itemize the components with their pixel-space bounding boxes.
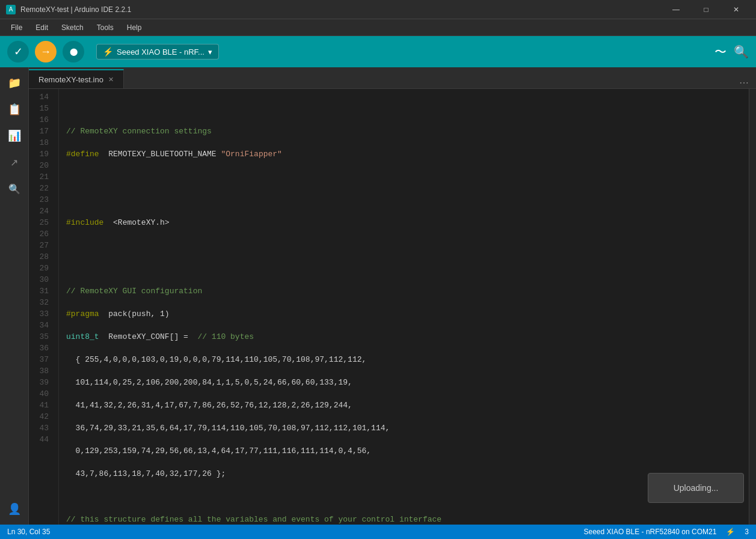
sidebar-item-search[interactable]: 🔍	[4, 178, 25, 199]
tab-bar: RemoteXY-test.ino ✕ ⋯	[29, 67, 756, 89]
code-content[interactable]: // RemoteXY connection settings #define …	[59, 89, 749, 525]
port-icon: ⚡	[726, 528, 735, 536]
board-name: Seeed XIAO BLE - nRF...	[117, 47, 204, 56]
cursor-position: Ln 30, Col 35	[7, 528, 50, 536]
minimize-button[interactable]: —	[662, 0, 690, 19]
statusbar: Ln 30, Col 35 Seeed XIAO BLE - nRF52840 …	[0, 525, 756, 539]
tab-more-button[interactable]: ⋯	[732, 77, 756, 88]
serial-monitor-button[interactable]: 🔍	[734, 44, 749, 60]
upload-dialog-text: Uploading...	[674, 483, 719, 493]
tab-close-icon[interactable]: ✕	[108, 76, 114, 84]
code-editor[interactable]: 14 15 16 17 18 19 20 21 22 23 24 25 26 2…	[29, 89, 756, 525]
sidebar-item-board[interactable]: 📋	[4, 99, 25, 120]
menu-file[interactable]: File	[5, 21, 28, 34]
maximize-button[interactable]: □	[692, 0, 720, 19]
sidebar-item-debug[interactable]: ↗	[4, 151, 25, 173]
sidebar-item-library[interactable]: 📊	[4, 125, 25, 147]
right-scrollbar[interactable]	[749, 89, 756, 525]
editor-area: RemoteXY-test.ino ✕ ⋯ 14 15 16 17 18 19 …	[29, 67, 756, 525]
port-count: 3	[745, 528, 749, 536]
usb-icon: ⚡	[103, 47, 113, 56]
sidebar-item-files[interactable]: 📁	[4, 72, 25, 94]
upload-dialog: Uploading...	[648, 473, 744, 503]
menu-sketch[interactable]: Sketch	[55, 21, 90, 34]
title-text: RemoteXY-test | Arduino IDE 2.2.1	[20, 5, 657, 14]
tab-label: RemoteXY-test.ino	[38, 75, 103, 84]
menubar: File Edit Sketch Tools Help	[0, 19, 756, 36]
menu-edit[interactable]: Edit	[29, 21, 54, 34]
menu-help[interactable]: Help	[121, 21, 148, 34]
verify-button[interactable]: ✓	[7, 41, 29, 62]
sidebar: 📁 📋 📊 ↗ 🔍 👤	[0, 67, 29, 525]
toolbar: ✓ → ⬤ ⚡ Seeed XIAO BLE - nRF... ▾ 〜 🔍	[0, 36, 756, 67]
tab-remotexy[interactable]: RemoteXY-test.ino ✕	[29, 69, 124, 88]
line-numbers: 14 15 16 17 18 19 20 21 22 23 24 25 26 2…	[29, 89, 59, 525]
graph-button[interactable]: 〜	[715, 44, 727, 60]
app-icon: A	[6, 5, 16, 14]
titlebar: A RemoteXY-test | Arduino IDE 2.2.1 — □ …	[0, 0, 756, 19]
sidebar-item-user[interactable]: 👤	[4, 498, 25, 520]
board-selector[interactable]: ⚡ Seeed XIAO BLE - nRF... ▾	[96, 44, 219, 59]
dropdown-icon: ▾	[208, 47, 212, 56]
debug-button[interactable]: ⬤	[63, 41, 84, 62]
menu-tools[interactable]: Tools	[91, 21, 120, 34]
upload-button[interactable]: →	[35, 41, 57, 62]
close-button[interactable]: ✕	[722, 0, 750, 19]
board-status: Seeed XIAO BLE - nRF52840 on COM21	[584, 528, 717, 536]
main-area: 📁 📋 📊 ↗ 🔍 👤 RemoteXY-test.ino ✕ ⋯ 14 15 …	[0, 67, 756, 525]
